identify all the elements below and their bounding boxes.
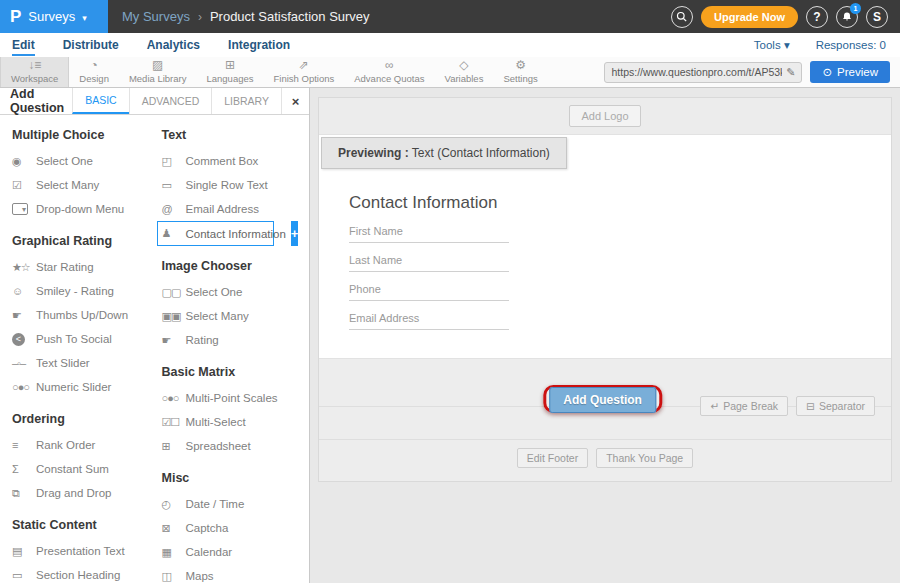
question-type-comment-box[interactable]: ◰Comment Box <box>162 149 310 173</box>
question-type-thumbs-up-down[interactable]: ☛Thumbs Up/Down <box>12 303 160 327</box>
question-type-smiley-rating[interactable]: ☺Smiley - Rating <box>12 279 160 303</box>
upgrade-now-button[interactable]: Upgrade Now <box>701 6 798 28</box>
panel-tab-basic[interactable]: BASIC <box>72 88 129 114</box>
close-panel-button[interactable]: × <box>281 88 309 114</box>
question-type-label: Text Slider <box>36 357 90 369</box>
question-type-date-time[interactable]: ◴Date / Time <box>162 492 310 516</box>
question-type-numeric-slider[interactable]: ○●○Numeric Slider <box>12 375 160 399</box>
languages-toolbar-item[interactable]: ⊞Languages <box>196 57 263 87</box>
question-type-rating[interactable]: ☛Rating <box>162 328 310 352</box>
question-type-contact-information[interactable]: ♟Contact Information+ <box>157 221 274 246</box>
question-type-drag-and-drop[interactable]: ⧉Drag and Drop <box>12 481 160 505</box>
account-avatar[interactable]: S <box>866 6 888 28</box>
add-logo-button[interactable]: Add Logo <box>569 105 640 127</box>
question-type-calendar[interactable]: ▦Calendar <box>162 540 310 564</box>
question-type-rank-order[interactable]: ≡Rank Order <box>12 433 160 457</box>
text-slider-icon: –◦– <box>12 357 36 369</box>
multi-select-icon: ☑☐ <box>162 416 186 429</box>
question-type-multi-point-scales[interactable]: ○●○Multi-Point Scales <box>162 386 310 410</box>
question-type-maps[interactable]: ◫Maps <box>162 564 310 583</box>
help-button[interactable]: ? <box>806 6 828 28</box>
page-break-button[interactable]: ↵ Page Break <box>700 396 788 416</box>
edit-footer-button[interactable]: Edit Footer <box>517 448 588 468</box>
panel-title: Add Question <box>0 88 72 114</box>
panel-tab-library[interactable]: LIBRARY <box>211 88 281 114</box>
question-type-text-slider[interactable]: –◦–Text Slider <box>12 351 160 375</box>
edit-url-icon[interactable]: ✎ <box>786 66 795 79</box>
question-type-single-row-text[interactable]: ▭Single Row Text <box>162 173 310 197</box>
settings-icon: ⚙ <box>515 59 526 72</box>
question-type-label: Select Many <box>36 179 99 191</box>
question-type-select-many[interactable]: ☑Select Many <box>12 173 160 197</box>
question-type-section-heading[interactable]: ▭Section Heading <box>12 563 160 583</box>
separator-button[interactable]: ⊟ Separator <box>796 396 875 416</box>
chevron-down-icon: ▾ <box>82 13 87 23</box>
question-type-email-address[interactable]: @Email Address <box>162 197 310 221</box>
question-type-captcha[interactable]: ⊠Captcha <box>162 516 310 540</box>
question-type-presentation-text[interactable]: ▤Presentation Text <box>12 539 160 563</box>
nav-tab-analytics[interactable]: Analytics <box>147 35 200 56</box>
numeric-slider-icon: ○●○ <box>12 381 36 393</box>
add-selected-question-button[interactable]: + <box>291 221 299 246</box>
contact-information-question[interactable]: Contact Information First NameLast NameP… <box>319 167 539 358</box>
chevron-down-icon: ▾ <box>784 39 790 51</box>
question-type-push-to-social[interactable]: <Push To Social <box>12 327 160 351</box>
question-type-drop-down-menu[interactable]: ▾Drop-down Menu <box>12 197 160 221</box>
advance-quotas-toolbar-item[interactable]: ∞Advance Quotas <box>344 57 434 87</box>
calendar-icon: ▦ <box>162 546 186 559</box>
add-question-button[interactable]: Add Question <box>549 387 656 413</box>
survey-title: Product Satisfaction Survey <box>210 9 370 24</box>
group-title: Misc <box>162 471 310 485</box>
survey-url-field[interactable]: https://www.questionpro.com/t/AP53kZgUI … <box>604 62 802 83</box>
question-group-text: Text◰Comment Box▭Single Row Text@Email A… <box>162 128 310 246</box>
notifications-button[interactable]: 1 <box>836 6 858 28</box>
question-type-constant-sum[interactable]: ΣConstant Sum <box>12 457 160 481</box>
search-icon <box>676 11 688 23</box>
question-type-label: Push To Social <box>36 333 112 345</box>
preview-button[interactable]: ⊙ Preview <box>810 61 890 83</box>
question-type-select-one[interactable]: ▢▢Select One <box>162 280 310 304</box>
breadcrumb-my-surveys[interactable]: My Surveys <box>122 9 190 24</box>
question-type-label: Thumbs Up/Down <box>36 309 128 321</box>
nav-tab-edit[interactable]: Edit <box>12 35 35 56</box>
panel-tab-advanced[interactable]: ADVANCED <box>129 88 212 114</box>
design-toolbar-item[interactable]: ◔Design <box>69 57 119 87</box>
thank-you-page-button[interactable]: Thank You Page <box>596 448 693 468</box>
finish-options-toolbar-item[interactable]: ⇗Finish Options <box>264 57 345 87</box>
question-type-spreadsheet[interactable]: ⊞Spreadsheet <box>162 434 310 458</box>
question-type-label: Drop-down Menu <box>36 203 124 215</box>
survey-url: https://www.questionpro.com/t/AP53kZgUI <box>611 66 782 78</box>
responses-count[interactable]: Responses: 0 <box>816 39 886 51</box>
settings-toolbar-item[interactable]: ⚙Settings <box>493 57 547 87</box>
question-type-label: Maps <box>186 570 214 582</box>
workspace-toolbar-item[interactable]: ↓≡Workspace <box>0 57 69 87</box>
product-name: Surveys <box>28 9 75 24</box>
group-title: Ordering <box>12 412 160 426</box>
close-icon: × <box>292 94 300 109</box>
question-type-select-many[interactable]: ▣▣Select Many <box>162 304 310 328</box>
spreadsheet-icon: ⊞ <box>162 440 186 453</box>
divider <box>319 439 891 440</box>
breadcrumb-separator-icon: › <box>198 10 202 24</box>
question-type-star-rating[interactable]: ★☆Star Rating <box>12 255 160 279</box>
nav-tab-integration[interactable]: Integration <box>228 35 290 56</box>
search-button[interactable] <box>671 6 693 28</box>
question-type-label: Drag and Drop <box>36 487 111 499</box>
group-title: Multiple Choice <box>12 128 160 142</box>
product-switcher[interactable]: P Surveys ▾ <box>0 0 108 33</box>
toolbar-item-label: Languages <box>206 73 253 84</box>
contact-information-icon: ♟ <box>162 227 186 240</box>
media-library-toolbar-item[interactable]: ▨Media Library <box>119 57 197 87</box>
variables-icon: ◇ <box>459 59 468 72</box>
tools-menu[interactable]: Tools ▾ <box>754 38 790 52</box>
survey-canvas: Add Logo Previewing : Text (Contact Info… <box>310 88 900 583</box>
nav-tab-distribute[interactable]: Distribute <box>63 35 119 56</box>
separator-icon: ⊟ <box>806 400 815 412</box>
question-type-multi-select[interactable]: ☑☐Multi-Select <box>162 410 310 434</box>
previewing-tab[interactable]: Previewing : Text (Contact Information) <box>321 137 567 169</box>
question-type-label: Star Rating <box>36 261 94 273</box>
select-many-icon: ▣▣ <box>162 310 186 323</box>
group-title: Static Content <box>12 518 160 532</box>
question-type-select-one[interactable]: ◉Select One <box>12 149 160 173</box>
variables-toolbar-item[interactable]: ◇Variables <box>435 57 494 87</box>
